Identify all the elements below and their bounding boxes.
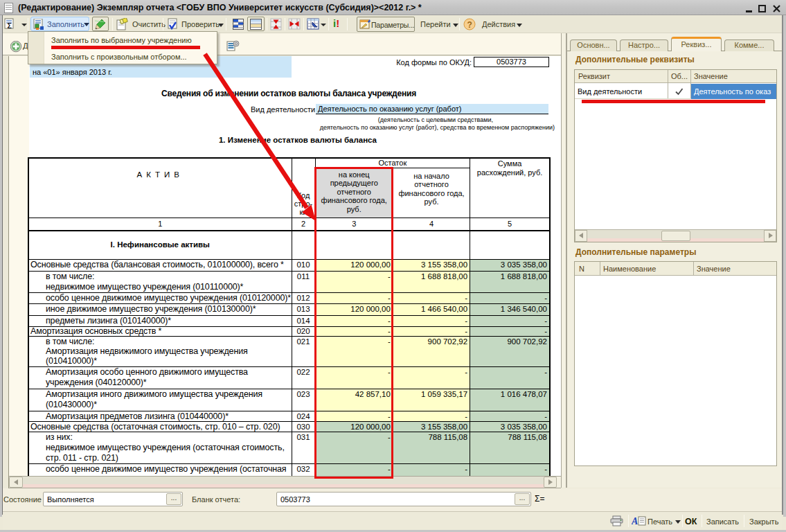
svg-text:A: A [632, 516, 638, 526]
svg-text:Σ: Σ [8, 21, 12, 30]
svg-text:?: ? [467, 20, 472, 30]
